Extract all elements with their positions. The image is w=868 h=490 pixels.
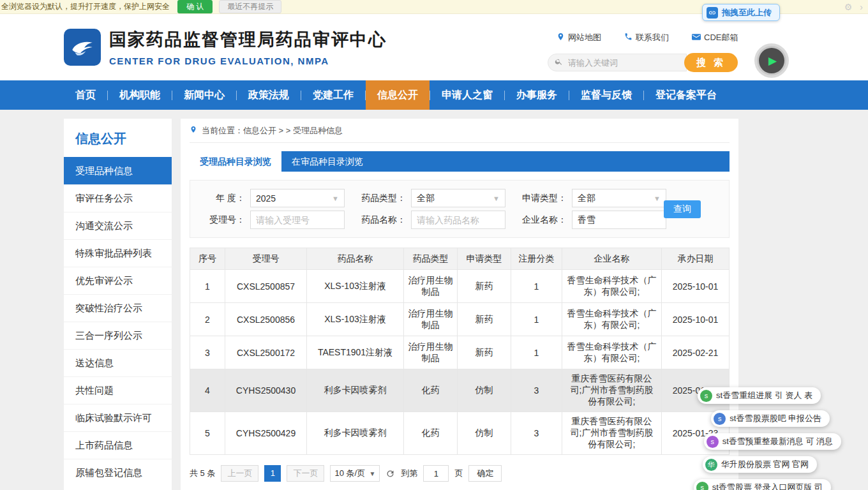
- apply-type-select[interactable]: 全部 ▼: [572, 189, 666, 207]
- cell-apply-type: 仿制: [458, 412, 511, 455]
- news-popup[interactable]: 华 华升股份股票 官网 官网: [703, 456, 817, 473]
- query-button[interactable]: 查询: [664, 200, 701, 218]
- nav-item-applicant-window[interactable]: 申请人之窗: [430, 80, 504, 110]
- popup-avatar: s: [707, 436, 719, 448]
- gear-icon[interactable]: ⚙: [844, 2, 853, 12]
- nav-item-policies[interactable]: 政策法规: [237, 80, 301, 110]
- sidebar-title: 信息公开: [64, 119, 172, 157]
- cell-index: 4: [190, 369, 225, 412]
- accept-no-input[interactable]: [250, 211, 345, 229]
- table-header-row: 序号 受理号 药品名称 药品类型 申请类型 注册分类 企业名称 承办日期: [190, 248, 730, 270]
- search-icon: [555, 57, 563, 68]
- filter-drug-type: 药品类型： 全部 ▼: [360, 189, 505, 207]
- quick-links: 网站地图 联系我们 CDE邮箱: [557, 32, 738, 43]
- filter-panel: 年 度： 2025 ▼ 药品类型： 全部 ▼ 申请类型：: [190, 180, 730, 238]
- nav-item-functions[interactable]: 机构职能: [108, 80, 172, 110]
- link-contact-label: 联系我们: [636, 32, 669, 43]
- goto-page-input[interactable]: [423, 465, 449, 482]
- page-number-current[interactable]: 1: [264, 465, 281, 482]
- col-apply-type: 申请类型: [458, 248, 511, 270]
- apply-type-value: 全部: [578, 193, 595, 204]
- search-box: [548, 54, 687, 71]
- page-size-select[interactable]: 10 条/页 ▼: [330, 465, 380, 482]
- dismiss-button[interactable]: 最近不再提示: [219, 0, 281, 13]
- sidebar-item-delivery-info[interactable]: 送达信息: [64, 349, 172, 376]
- cell-accept-no: CYHS2500429: [225, 412, 307, 455]
- main-nav: 首页 机构职能 新闻中心 政策法规 党建工作 信息公开 申请人之窗 办事服务 监…: [0, 80, 868, 110]
- prev-page-button[interactable]: 上一页: [221, 465, 258, 482]
- apply-type-label: 申请类型：: [521, 193, 567, 204]
- link-sitemap[interactable]: 网站地图: [557, 32, 601, 43]
- popup-text: 华升股份股票 官网 官网: [721, 459, 809, 470]
- confirm-button[interactable]: 确 认: [177, 0, 213, 13]
- year-select[interactable]: 2025 ▼: [250, 189, 345, 207]
- news-popup[interactable]: s st香雪预重整最新消息 可 消息: [704, 433, 841, 450]
- sidebar-item-breakthrough-therapy[interactable]: 突破性治疗公示: [64, 294, 172, 322]
- nav-item-services[interactable]: 办事服务: [505, 80, 569, 110]
- sidebar-item-marketed-drugs[interactable]: 上市药品信息: [64, 431, 172, 459]
- news-popup[interactable]: s st香雪股票 登录入口网页版 司: [694, 479, 831, 490]
- nav-item-news[interactable]: 新闻中心: [172, 80, 236, 110]
- news-popup[interactable]: s st香雪股票股吧 申报公告: [711, 410, 830, 427]
- filter-apply-type: 申请类型： 全部 ▼: [521, 189, 666, 207]
- refresh-icon[interactable]: [385, 469, 395, 479]
- search-input[interactable]: [567, 57, 669, 68]
- tab-accepted-catalog[interactable]: 受理品种目录浏览: [190, 151, 281, 172]
- chevron-down-icon: ▼: [493, 195, 500, 202]
- cell-date: 2025-10-01: [662, 303, 730, 336]
- breadcrumb: 当前位置：信息公开 > > 受理品种信息: [190, 119, 730, 143]
- notification-bar-actions: ⚙ ›: [844, 2, 868, 12]
- col-drug-type: 药品类型: [404, 248, 458, 270]
- play-icon: ▶: [768, 56, 777, 66]
- news-popup[interactable]: s st香雪重组进展 引 资人 表: [698, 387, 821, 404]
- cell-accept-no: CXSL2500172: [225, 336, 307, 369]
- sidebar-item-raw-material-registration[interactable]: 原辅包登记信息: [64, 459, 172, 486]
- sidebar-item-review-tasks[interactable]: 审评任务公示: [64, 184, 172, 212]
- nav-item-home[interactable]: 首页: [64, 80, 107, 110]
- sidebar-item-special-approval[interactable]: 特殊审批品种列表: [64, 239, 172, 267]
- filter-drug-name: 药品名称：: [360, 211, 505, 229]
- link-contact-us[interactable]: 联系我们: [624, 32, 669, 43]
- cell-reg-class: 3: [511, 412, 562, 455]
- chevron-right-icon[interactable]: ›: [860, 2, 863, 12]
- goto-confirm-button[interactable]: 确定: [468, 465, 502, 482]
- page-body: 信息公开 受理品种信息 审评任务公示 沟通交流公示 特殊审批品种列表 优先审评公…: [64, 119, 738, 490]
- sidebar-item-communication[interactable]: 沟通交流公示: [64, 212, 172, 239]
- upload-label: 拖拽至此上传: [722, 7, 772, 19]
- popup-avatar: s: [700, 390, 712, 402]
- filter-row-2: 受理号： 药品名称： 企业名称：: [199, 210, 720, 230]
- chevron-down-icon: ▼: [332, 195, 339, 202]
- floating-play-button[interactable]: ▶: [757, 46, 786, 75]
- nav-item-info-disclosure[interactable]: 信息公开: [366, 80, 430, 110]
- tab-under-review-catalog[interactable]: 在审品种目录浏览: [281, 151, 373, 172]
- link-icon: [707, 7, 718, 19]
- drug-type-select[interactable]: 全部 ▼: [411, 189, 505, 207]
- sidebar-item-accepted-varieties[interactable]: 受理品种信息: [64, 157, 172, 184]
- drug-name-input[interactable]: [411, 211, 505, 229]
- company-label: 企业名称：: [521, 214, 567, 226]
- sidebar-item-priority-review[interactable]: 优先审评公示: [64, 267, 172, 294]
- sidebar-item-clinical-trial-license[interactable]: 临床试验默示许可: [64, 404, 172, 431]
- search-button[interactable]: 搜 索: [684, 53, 738, 72]
- phone-icon: [624, 33, 632, 43]
- company-input[interactable]: [572, 211, 666, 229]
- nav-item-registration-platform[interactable]: 登记备案平台: [644, 80, 728, 110]
- nav-item-party-building[interactable]: 党建工作: [301, 80, 365, 110]
- filter-accept-no: 受理号：: [199, 211, 345, 229]
- total-count: 共 5 条: [190, 468, 215, 479]
- popup-text: st香雪预重整最新消息 可 消息: [722, 436, 833, 447]
- link-cde-mail[interactable]: CDE邮箱: [692, 32, 738, 43]
- sidebar-item-common-issues[interactable]: 共性问题: [64, 376, 172, 404]
- cell-drug-name: XLS-103注射液: [307, 303, 404, 336]
- nav-item-supervision-feedback[interactable]: 监督与反馈: [569, 80, 643, 110]
- next-page-button[interactable]: 下一页: [287, 465, 324, 482]
- chevron-down-icon: ▼: [654, 195, 661, 202]
- header-right: 网站地图 联系我们 CDE邮箱 搜 索: [548, 32, 738, 72]
- popup-avatar: 华: [705, 459, 717, 471]
- upload-drop-button[interactable]: 拖拽至此上传: [702, 4, 780, 21]
- cell-drug-name: 利多卡因喷雾剂: [307, 412, 404, 455]
- sidebar-item-three-in-one[interactable]: 三合一序列公示: [64, 322, 172, 349]
- cell-index: 3: [190, 336, 225, 369]
- cde-logo: [64, 29, 101, 66]
- popup-avatar: s: [714, 413, 726, 425]
